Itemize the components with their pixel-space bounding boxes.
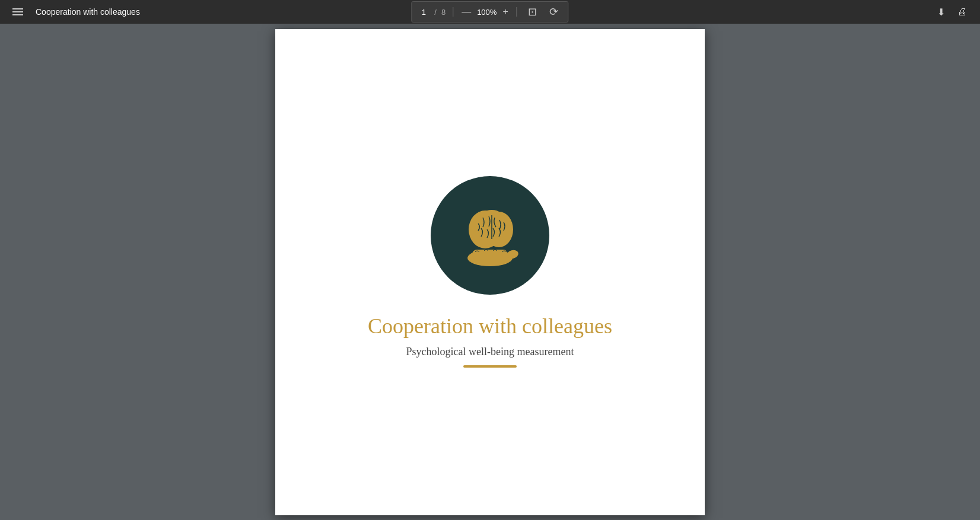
history-button[interactable] bbox=[546, 4, 562, 20]
print-button[interactable] bbox=[954, 4, 971, 20]
present-icon bbox=[528, 5, 537, 18]
toolbar-right bbox=[933, 4, 971, 20]
hamburger-icon bbox=[12, 8, 23, 15]
brain-circle-icon bbox=[431, 176, 549, 295]
history-icon bbox=[549, 5, 558, 18]
menu-button[interactable] bbox=[9, 4, 26, 20]
zoom-increase-button[interactable]: + bbox=[501, 7, 509, 17]
download-button[interactable] bbox=[933, 4, 949, 20]
document-subtitle: Psychological well-being measurement bbox=[406, 346, 574, 358]
document-title: Cooperation with colleagues bbox=[36, 7, 140, 17]
document-page: Cooperation with colleagues Psychologica… bbox=[275, 29, 705, 515]
main-area: Cooperation with colleagues Psychologica… bbox=[0, 24, 980, 520]
page-total: 8 bbox=[441, 8, 446, 17]
page-content: Cooperation with colleagues Psychologica… bbox=[368, 176, 612, 368]
zoom-decrease-button[interactable]: — bbox=[460, 7, 472, 17]
divider-2 bbox=[517, 7, 517, 17]
print-icon bbox=[957, 7, 967, 17]
brain-hand-svg bbox=[443, 188, 537, 283]
title-underline bbox=[463, 365, 517, 368]
download-icon bbox=[937, 7, 945, 18]
toolbar: Cooperation with colleagues / 8 — 100% + bbox=[0, 0, 980, 24]
page-separator: / bbox=[434, 8, 437, 17]
page-navigation: / 8 — 100% + bbox=[411, 1, 568, 23]
page-number-input[interactable] bbox=[418, 8, 429, 17]
zoom-level: 100% bbox=[477, 8, 497, 17]
present-button[interactable] bbox=[524, 4, 541, 20]
divider-1 bbox=[453, 7, 453, 17]
title-section: Cooperation with colleagues Psychologica… bbox=[368, 314, 612, 368]
document-main-title: Cooperation with colleagues bbox=[368, 314, 612, 339]
toolbar-left: Cooperation with colleagues bbox=[9, 4, 140, 20]
